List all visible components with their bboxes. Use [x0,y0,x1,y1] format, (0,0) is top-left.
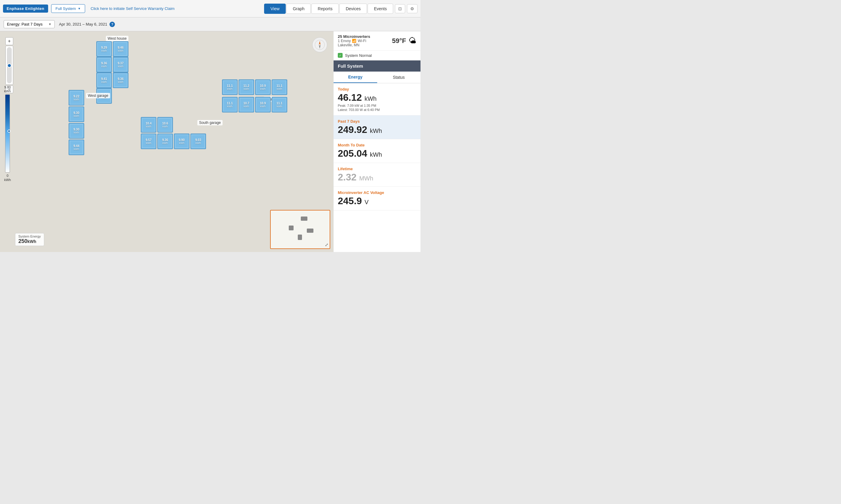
panel-cell[interactable]: 10.9kWh [255,79,271,95]
envoy-info: 1 Envoy 📶 Wi-Fi [338,39,390,43]
system-energy-label: System Energy [18,235,41,238]
panel-row: 9.41kWh 9.36kWh [96,72,128,88]
status-text: System Normal [345,53,372,58]
energy-status-tabs: Energy Status [334,72,420,83]
panel-cell[interactable]: 9.36kWh [96,57,112,72]
panel-cell[interactable]: 10.6kWh [157,117,173,132]
panel-cell[interactable]: 9.36kWh [157,133,173,149]
select-arrow-icon: ▼ [49,22,51,26]
lifetime-label: Lifetime [338,167,416,171]
panel-cell[interactable]: 11.1kWh [222,97,238,112]
mini-map-shape [289,226,293,230]
panel-cell[interactable]: 11.1kWh [272,97,287,112]
panel-cell[interactable]: 10.9kWh [255,97,271,112]
panel-cell[interactable]: 11.1kWh [222,79,238,95]
stat-today: Today 46.12 kWh Peak: 7.09 kW at 1:35 PM… [334,83,420,115]
lifetime-value: 2.32 MWh [338,172,416,183]
full-system-header: Full System [334,60,420,72]
tab-energy[interactable]: Energy [334,72,377,83]
expand-icon[interactable]: ⤢ [325,242,328,247]
tab-view[interactable]: View [264,4,286,14]
zoom-slider-track[interactable] [7,47,12,83]
panel-cell[interactable]: 9.36kWh [113,72,128,88]
stat-past7days: Past 7 Days 249.92 kWh [334,115,420,139]
date-range: Apr 30, 2021 – May 6, 2021 [59,22,107,26]
voltage-value: 245.9 V [338,196,416,206]
panel-cell[interactable]: 10.4kWh [141,117,156,132]
today-value: 46.12 kWh [338,92,416,103]
system-energy-badge: System Energy 250kWh [15,233,44,246]
panel-cell[interactable]: 9.46kWh [113,41,128,57]
panel-cell[interactable]: 9.57kWh [141,133,156,149]
mtd-value: 205.04 kWh [338,148,416,159]
panel-row: 9.36kWh 9.37kWh [96,57,128,72]
mini-map-shape [301,217,307,221]
zoom-slider-container [5,46,13,85]
stat-ac-voltage: Microinverter AC Voltage 245.9 V [334,187,420,211]
zoom-in-button[interactable]: + [5,37,13,45]
panel-cell[interactable]: 11.1kWh [272,79,287,95]
dropdown-arrow-icon: ▼ [77,7,80,10]
settings-icon-button[interactable]: ⚙ [407,4,417,13]
scale-bottom-label: 0kWh [4,174,11,182]
scale-indicator [7,130,11,132]
location: Lakeville, MN [338,43,390,47]
warranty-link[interactable]: Click here to initiate Self Service Warr… [91,6,264,11]
top-navigation: Enphase Enlighten Full System ▼ Click he… [0,0,420,17]
monitor-icon-button[interactable]: ⊡ [395,4,405,13]
panel-cell[interactable]: 9.29kWh [96,41,112,57]
full-system-button[interactable]: Full System ▼ [51,4,85,13]
south-garage-label: South garage [197,120,222,125]
panel-row: 9.29kWh 9.46kWh [96,41,128,57]
panel-cell[interactable]: 10.7kWh [238,97,254,112]
zoom-slider-handle [7,64,12,68]
map-area: + − 9.80kWh 0kWh [0,31,333,252]
temperature: 59°F [392,37,406,45]
panel-row: 9.44kWh [69,140,84,155]
status-indicator: ✓ [338,53,343,58]
panel-group-south-house: 11.1kWh 11.2kWh 10.9kWh 11.1kWh South ho… [222,79,287,112]
panel-row: 11.1kWh 11.2kWh 10.9kWh 11.1kWh [222,79,287,95]
mini-map-shape [307,229,314,233]
panel-cell[interactable]: 9.41kWh [96,72,112,88]
panel-group-west-garage: 9.22kWh 9.30kWh 9.30kWh 9.44kWh West gar… [69,90,84,155]
panel-cell[interactable]: 9.44kWh [69,140,84,155]
today-label: Today [338,87,416,91]
compass [312,37,327,52]
panel-row: 9.30kWh [69,123,84,139]
tab-graph[interactable]: Graph [286,4,311,14]
system-energy-value: 250kWh [18,238,41,245]
panel-cell[interactable]: 9.90kWh [174,133,190,149]
right-panel: 25 Microinverters 1 Envoy 📶 Wi-Fi Lakevi… [333,31,420,252]
today-latest: Latest: 703.00 W at 6:40 PM [338,108,416,111]
info-icon[interactable]: ? [109,22,115,27]
panel-cell[interactable]: 9.22kWh [69,90,84,106]
panel-cell[interactable]: 9.03kWh [191,133,206,149]
panel-cell[interactable]: 9.30kWh [69,106,84,122]
nav-tabs: View Graph Reports Devices Events ⊡ ⚙ [264,4,417,14]
microinverter-count: 25 Microinverters [338,34,390,39]
scale-top-label: 9.80kWh [4,85,11,93]
voltage-label: Microinverter AC Voltage [338,190,416,195]
toolbar: Energy: Past 7 Days ▼ Apr 30, 2021 – May… [0,17,420,31]
panel-cell[interactable]: 9.37kWh [113,57,128,72]
main-content: + − 9.80kWh 0kWh [0,31,420,252]
tab-status[interactable]: Status [377,72,421,83]
stat-month-to-date: Month To Date 205.04 kWh [334,139,420,163]
tab-reports[interactable]: Reports [311,4,339,14]
wifi-icon: 📶 [352,39,356,43]
panel-row: 9.30kWh [69,106,84,122]
panel-cell[interactable]: 11.2kWh [238,79,254,95]
weather-icon: 🌤 [409,36,416,46]
today-peak: Peak: 7.09 kW at 1:35 PM [338,104,416,107]
tab-events[interactable]: Events [368,4,393,14]
mini-map[interactable]: ⤢ [270,210,330,249]
panel-cell[interactable]: 9.30kWh [69,123,84,139]
status-bar: ✓ System Normal [334,51,420,60]
west-garage-label: West garage [86,93,110,98]
panel-group-south-garage: 10.4kWh 10.6kWh South garage 9.57kWh 9.3… [141,117,206,149]
energy-period-select[interactable]: Energy: Past 7 Days ▼ [4,20,55,28]
tab-devices[interactable]: Devices [339,4,367,14]
scale-bar [5,94,10,173]
weather-info: 25 Microinverters 1 Envoy 📶 Wi-Fi Lakevi… [338,34,390,47]
